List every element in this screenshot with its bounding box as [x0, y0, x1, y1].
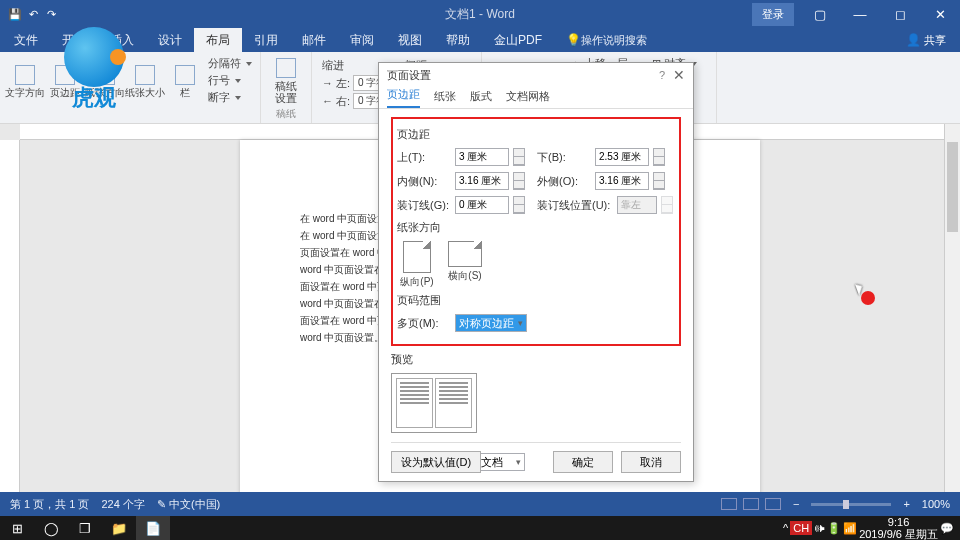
view-icons[interactable]: [721, 498, 781, 510]
notifications-icon[interactable]: 💬: [940, 522, 954, 535]
top-field[interactable]: 3 厘米: [455, 148, 509, 166]
orient-heading: 纸张方向: [397, 220, 675, 235]
tray-icon[interactable]: 📶: [843, 522, 857, 535]
gutter-field[interactable]: 0 厘米: [455, 196, 509, 214]
tell-me[interactable]: 💡 操作说明搜索: [554, 28, 659, 52]
zoom-in[interactable]: +: [903, 498, 909, 510]
gutter-spin[interactable]: [513, 196, 525, 214]
tab-mailings[interactable]: 邮件: [290, 28, 338, 52]
ok-button[interactable]: 确定: [553, 451, 613, 473]
zoom-level[interactable]: 100%: [922, 498, 950, 510]
page-count[interactable]: 第 1 页，共 1 页: [10, 497, 89, 512]
tab-references[interactable]: 引用: [242, 28, 290, 52]
dialog-title: 页面设置: [387, 68, 431, 83]
zoom-out[interactable]: −: [793, 498, 799, 510]
landscape-button[interactable]: 横向(S): [445, 241, 485, 289]
hyphenation-menu[interactable]: 断字: [208, 90, 252, 105]
outside-field[interactable]: 3.16 厘米: [595, 172, 649, 190]
ribbon-options-icon[interactable]: ▢: [800, 0, 840, 28]
portrait-button[interactable]: 纵向(P): [397, 241, 437, 289]
logo-icon: [64, 27, 124, 87]
bottom-field[interactable]: 2.53 厘米: [595, 148, 649, 166]
close-icon[interactable]: ✕: [920, 0, 960, 28]
dlg-tab-layout[interactable]: 版式: [470, 89, 492, 108]
search-icon[interactable]: ◯: [34, 516, 68, 540]
preview-box: [391, 373, 477, 433]
taskbar: ⊞ ◯ ❐ 📁 📄 ^ CH 🕪 🔋 📶 9:162019/9/6 星期五 💬: [0, 516, 960, 540]
preview-heading: 预览: [391, 352, 681, 367]
inside-field[interactable]: 3.16 厘米: [455, 172, 509, 190]
word-count[interactable]: 224 个字: [101, 497, 144, 512]
text-direction-button[interactable]: 文字方向: [6, 54, 44, 108]
status-bar: 第 1 页，共 1 页 224 个字 ✎ 中文(中国) − + 100%: [0, 492, 960, 516]
undo-icon[interactable]: ↶: [26, 7, 40, 21]
gutter-label: 装订线(G):: [397, 198, 451, 213]
tray-up-icon[interactable]: ^: [783, 522, 788, 534]
tab-view[interactable]: 视图: [386, 28, 434, 52]
menu-bar: 文件 开始 插入 设计 布局 引用 邮件 审阅 视图 帮助 金山PDF 💡 操作…: [0, 28, 960, 52]
help-icon[interactable]: ?: [659, 69, 665, 81]
page-setup-dialog: 页面设置 ? ✕ 页边距 纸张 版式 文档网格 页边距 上(T): 3 厘米 下…: [378, 62, 694, 482]
scrollbar-vertical[interactable]: [944, 124, 960, 492]
outside-label: 外侧(O):: [537, 174, 591, 189]
top-spin[interactable]: [513, 148, 525, 166]
gutter-pos-label: 装订线位置(U):: [537, 198, 613, 213]
title-bar: 💾 ↶ ↷ 文档1 - Word 登录 ▢ — ◻ ✕: [0, 0, 960, 28]
lang-status[interactable]: ✎ 中文(中国): [157, 497, 220, 512]
tab-pdf[interactable]: 金山PDF: [482, 28, 554, 52]
dlg-tab-paper[interactable]: 纸张: [434, 89, 456, 108]
tab-layout[interactable]: 布局: [194, 28, 242, 52]
login-button[interactable]: 登录: [752, 3, 794, 26]
tray-icon[interactable]: 🔋: [827, 522, 841, 535]
dlg-tab-grid[interactable]: 文档网格: [506, 89, 550, 108]
inside-label: 内侧(N):: [397, 174, 451, 189]
bottom-spin[interactable]: [653, 148, 665, 166]
start-button[interactable]: ⊞: [0, 516, 34, 540]
pages-heading: 页码范围: [397, 293, 675, 308]
logo-text: 虎观: [72, 83, 116, 113]
highlighted-margins-area: 页边距 上(T): 3 厘米 下(B): 2.53 厘米 内侧(N): 3.16…: [391, 117, 681, 346]
tab-design[interactable]: 设计: [146, 28, 194, 52]
multi-label: 多页(M):: [397, 316, 451, 331]
ruler-vertical[interactable]: [0, 140, 20, 492]
manuscript-button[interactable]: 稿纸设置: [267, 54, 305, 108]
save-icon[interactable]: 💾: [8, 7, 22, 21]
word-taskbar-icon[interactable]: 📄: [136, 516, 170, 540]
taskview-icon[interactable]: ❐: [68, 516, 102, 540]
clock[interactable]: 9:162019/9/6 星期五: [859, 516, 938, 540]
explorer-icon[interactable]: 📁: [102, 516, 136, 540]
line-numbers-menu[interactable]: 行号: [208, 73, 252, 88]
dlg-tab-margins[interactable]: 页边距: [387, 87, 420, 108]
set-default-button[interactable]: 设为默认值(D): [391, 451, 481, 473]
watermark-logo: 虎观: [50, 26, 138, 114]
outside-spin[interactable]: [653, 172, 665, 190]
share-button[interactable]: 👤 共享: [894, 33, 958, 48]
redo-icon[interactable]: ↷: [44, 7, 58, 21]
tab-help[interactable]: 帮助: [434, 28, 482, 52]
minimize-icon[interactable]: —: [840, 0, 880, 28]
tab-review[interactable]: 审阅: [338, 28, 386, 52]
margins-heading: 页边距: [397, 127, 675, 142]
inside-spin[interactable]: [513, 172, 525, 190]
bottom-label: 下(B):: [537, 150, 591, 165]
dialog-close-icon[interactable]: ✕: [673, 67, 685, 83]
tab-file[interactable]: 文件: [2, 28, 50, 52]
breaks-menu[interactable]: 分隔符: [208, 56, 252, 71]
tray-icon[interactable]: 🕪: [814, 522, 825, 534]
multi-pages-select[interactable]: 对称页边距: [455, 314, 527, 332]
zoom-slider[interactable]: [811, 503, 891, 506]
cancel-button[interactable]: 取消: [621, 451, 681, 473]
maximize-icon[interactable]: ◻: [880, 0, 920, 28]
window-title: 文档1 - Word: [445, 6, 515, 23]
top-label: 上(T):: [397, 150, 451, 165]
gutter-pos-field: 靠左: [617, 196, 657, 214]
columns-button[interactable]: 栏: [166, 54, 204, 108]
ime-icon[interactable]: CH: [790, 521, 812, 535]
